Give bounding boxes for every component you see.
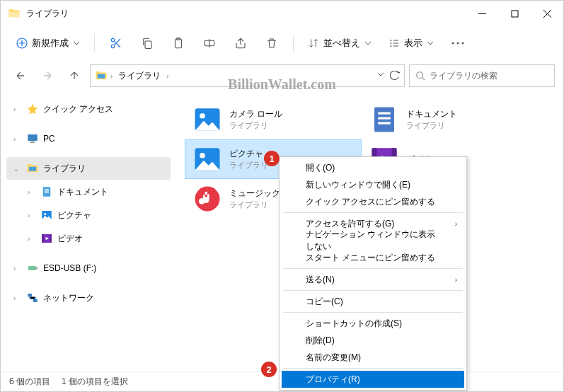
ctx-open[interactable]: 開く(O) [282, 159, 464, 176]
item-name: カメラ ロール [229, 108, 282, 120]
chevron-down-icon [364, 40, 372, 47]
chevron-right-icon: › [28, 212, 36, 219]
folder-icon [8, 7, 21, 20]
svg-rect-35 [378, 122, 391, 125]
minimize-button[interactable] [466, 1, 498, 26]
svg-rect-13 [28, 134, 38, 141]
svg-rect-0 [512, 11, 518, 17]
tree-network[interactable]: › ネットワーク [6, 287, 171, 309]
ctx-copy[interactable]: コピー(C) [282, 293, 464, 310]
tree-label: ピクチャ [57, 209, 91, 221]
tree-pc[interactable]: › PC [6, 127, 171, 150]
svg-rect-34 [378, 117, 391, 120]
tree-quickaccess[interactable]: › クイック アクセス [6, 98, 171, 120]
ctx-new-window[interactable]: 新しいウィンドウで開く(E) [282, 176, 464, 193]
svg-point-2 [111, 45, 115, 48]
picture-icon [192, 144, 222, 174]
sort-button[interactable]: 並べ替え [301, 30, 379, 56]
up-button[interactable] [63, 64, 86, 87]
separator [283, 212, 463, 213]
window-title: ライブラリ [26, 8, 466, 20]
tree-label: ドキュメント [57, 186, 108, 198]
more-button[interactable] [444, 30, 472, 56]
status-selected: 1 個の項目を選択 [62, 376, 128, 388]
refresh-icon[interactable] [390, 71, 400, 81]
chevron-right-icon: › [13, 294, 22, 302]
svg-point-10 [462, 42, 464, 45]
libraries-icon [95, 69, 108, 82]
separator [94, 35, 95, 52]
sort-label: 並べ替え [323, 37, 360, 50]
svg-point-31 [200, 113, 205, 119]
breadcrumb[interactable]: › ライブラリ › [90, 64, 405, 87]
item-name: ドキュメント [406, 108, 457, 120]
close-button[interactable] [531, 1, 563, 26]
forward-button[interactable] [36, 64, 59, 87]
rename-button[interactable] [195, 30, 224, 56]
chevron-right-icon: › [110, 72, 113, 80]
annotation-badge-1: 1 [264, 151, 280, 166]
status-count: 6 個の項目 [9, 376, 50, 388]
svg-rect-32 [374, 108, 394, 132]
delete-button[interactable] [258, 30, 286, 56]
svg-rect-33 [378, 113, 391, 115]
tree-esd-usb[interactable]: › ESD-USB (F:) [6, 257, 171, 279]
toolbar: 新規作成 並べ替え 表示 [1, 26, 563, 60]
item-sub: ライブラリ [406, 120, 457, 131]
ctx-delete[interactable]: 削除(D) [282, 332, 464, 349]
tree-label: クイック アクセス [43, 103, 113, 115]
tree-label: ネットワーク [43, 292, 94, 304]
item-name: ミュージック [229, 188, 280, 200]
cut-button[interactable] [102, 30, 130, 56]
picture-icon [40, 209, 53, 221]
copy-button[interactable] [133, 30, 161, 56]
window-controls [466, 1, 563, 26]
paste-button[interactable] [164, 30, 192, 56]
back-button[interactable] [9, 64, 32, 87]
ctx-pin-quickaccess[interactable]: クイック アクセスにピン留めする [282, 193, 464, 210]
tree-label: PC [43, 134, 55, 144]
plus-circle-icon [16, 38, 28, 49]
scissors-icon [110, 37, 122, 50]
sort-icon [308, 38, 319, 49]
ctx-hide-nav[interactable]: ナビゲーション ウィンドウに表示しない [282, 232, 464, 249]
rename-icon [203, 37, 216, 50]
svg-point-22 [44, 213, 46, 215]
ctx-sendto[interactable]: 送る(N)› [282, 271, 464, 288]
chevron-right-icon: › [13, 105, 22, 113]
document-icon [40, 185, 53, 198]
separator [283, 290, 463, 291]
tree-documents[interactable]: › ドキュメント [6, 180, 171, 203]
share-button[interactable] [226, 30, 255, 56]
svg-rect-17 [43, 187, 51, 197]
trash-icon [265, 37, 278, 50]
tree-label: ビデオ [57, 233, 83, 245]
chevron-down-icon: ⌄ [13, 165, 22, 173]
ctx-pin-start[interactable]: スタート メニューにピン留めする [282, 249, 464, 266]
svg-rect-26 [28, 266, 36, 270]
tree-videos[interactable]: › ビデオ [6, 227, 171, 250]
search-input[interactable]: ライブラリの検索 [409, 64, 555, 87]
tree-pictures[interactable]: › ピクチャ [6, 204, 171, 226]
chevron-right-icon: › [455, 276, 457, 284]
svg-point-8 [452, 42, 454, 45]
new-button[interactable]: 新規作成 [9, 30, 87, 56]
item-cameraroll[interactable]: カメラ ロール ライブラリ [185, 100, 362, 139]
chevron-down-icon [377, 71, 384, 78]
view-button[interactable]: 表示 [381, 30, 441, 56]
tree-libraries[interactable]: ⌄ ライブラリ [6, 157, 171, 180]
svg-rect-19 [45, 191, 49, 192]
path-dropdown[interactable] [377, 71, 400, 81]
navigation-tree: › クイック アクセス › PC ⌄ ライブラリ › ドキュメント › ピクチャ… [1, 91, 176, 371]
chevron-right-icon: › [28, 188, 36, 196]
chevron-right-icon: › [28, 235, 36, 243]
ctx-shortcut[interactable]: ショートカットの作成(S) [282, 315, 464, 332]
music-icon [192, 184, 222, 214]
path-segment[interactable]: ライブラリ [115, 70, 163, 82]
item-documents[interactable]: ドキュメント ライブラリ [362, 100, 539, 139]
separator [293, 35, 294, 52]
svg-rect-27 [36, 267, 38, 270]
ctx-properties[interactable]: プロパティ(R) [282, 371, 464, 388]
ctx-rename[interactable]: 名前の変更(M) [282, 349, 464, 366]
maximize-button[interactable] [498, 1, 531, 26]
